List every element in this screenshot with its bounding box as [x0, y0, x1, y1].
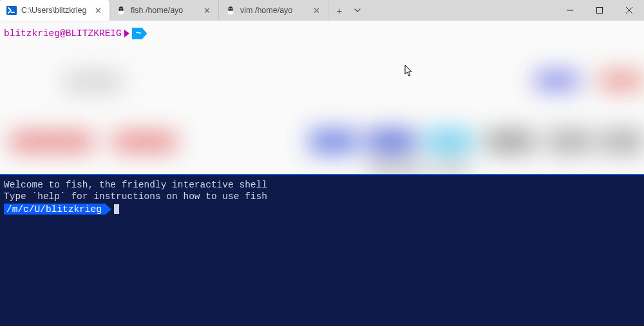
- fish-welcome-line: Welcome to fish, the friendly interactiv…: [4, 179, 640, 191]
- tab-powershell[interactable]: C:\Users\blitzkrieg ✕: [0, 0, 109, 21]
- user-host: blitzkrieg@BLITZKREIG: [4, 27, 122, 40]
- prompt-arrow-icon: [106, 204, 111, 215]
- maximize-icon: [596, 7, 603, 14]
- text-cursor: [114, 204, 119, 214]
- svg-point-9: [228, 10, 234, 14]
- fish-help-line: Type `help` for instructions on how to u…: [4, 191, 640, 202]
- svg-rect-0: [6, 6, 17, 15]
- close-icon: [626, 7, 632, 14]
- new-tab-button[interactable]: +: [331, 2, 348, 19]
- terminal-pane-lower[interactable]: Welcome to fish, the friendly interactiv…: [0, 175, 644, 326]
- mouse-cursor-icon: [404, 64, 413, 77]
- maximize-button[interactable]: [585, 0, 614, 21]
- svg-rect-15: [597, 8, 603, 14]
- close-window-button[interactable]: [614, 0, 644, 21]
- minimize-button[interactable]: [555, 0, 585, 21]
- tab-title: C:\Users\blitzkrieg: [21, 6, 88, 15]
- background-blur: [0, 46, 644, 174]
- svg-point-7: [122, 8, 122, 9]
- drag-region[interactable]: [368, 0, 555, 21]
- svg-point-13: [231, 8, 232, 9]
- tab-vim[interactable]: vim /home/ayo ✕: [219, 0, 328, 21]
- prompt-arrow-icon: [124, 30, 129, 37]
- tab-strip: C:\Users\blitzkrieg ✕ fish /home/ayo ✕: [0, 0, 328, 21]
- prompt-line: blitzkrieg@BLITZKREIG ~: [4, 27, 147, 40]
- tab-close-icon[interactable]: ✕: [311, 5, 321, 15]
- terminal-pane-upper[interactable]: blitzkrieg@BLITZKREIG ~: [0, 21, 644, 174]
- tab-title: vim /home/ayo: [240, 6, 307, 15]
- tab-title: fish /home/ayo: [131, 6, 197, 15]
- fish-prompt: /m/c/U/blitzkrieg: [4, 204, 640, 215]
- tab-fish[interactable]: fish /home/ayo ✕: [109, 0, 219, 21]
- titlebar: C:\Users\blitzkrieg ✕ fish /home/ayo ✕: [0, 0, 644, 21]
- tabstrip-buttons: +: [328, 0, 368, 21]
- tab-dropdown-button[interactable]: [349, 2, 366, 19]
- tab-close-icon[interactable]: ✕: [202, 5, 212, 15]
- powershell-icon: [6, 5, 17, 15]
- svg-point-3: [118, 10, 124, 14]
- window-controls: [555, 0, 644, 21]
- chevron-down-icon: [354, 6, 361, 14]
- svg-point-6: [120, 8, 120, 9]
- path-badge: ~: [132, 28, 147, 39]
- svg-point-12: [229, 8, 230, 9]
- linux-icon: [225, 5, 236, 15]
- fish-path-badge: /m/c/U/blitzkrieg: [4, 204, 106, 215]
- minimize-icon: [567, 7, 573, 14]
- tab-close-icon[interactable]: ✕: [93, 5, 103, 15]
- linux-icon: [116, 5, 126, 15]
